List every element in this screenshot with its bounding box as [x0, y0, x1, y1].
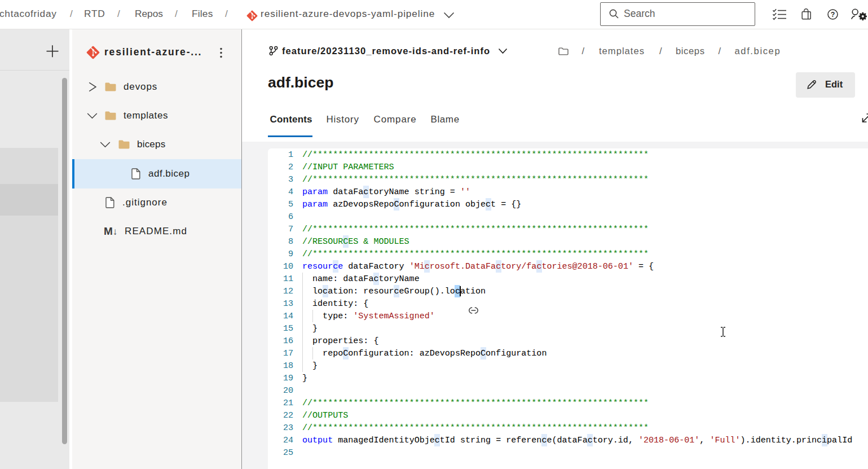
svg-text:?: ? [831, 11, 835, 19]
